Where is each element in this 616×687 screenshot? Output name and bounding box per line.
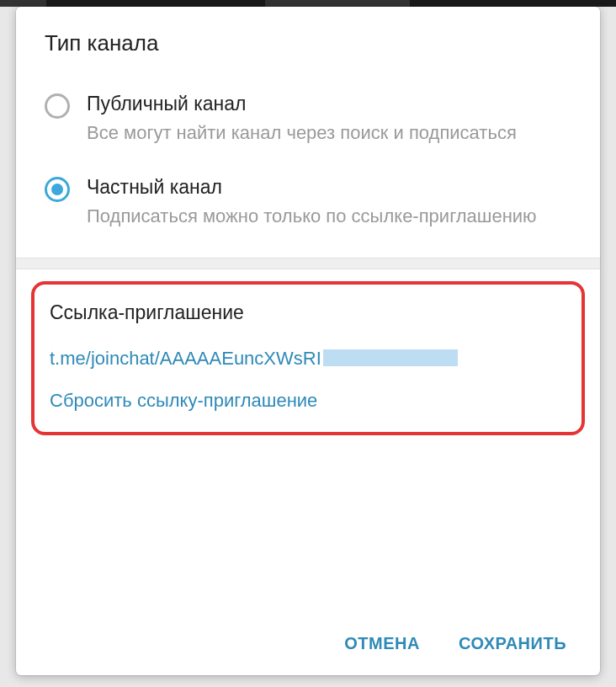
radio-label: Частный канал xyxy=(87,175,571,200)
reset-invite-link[interactable]: Сбросить ссылку-приглашение xyxy=(50,390,566,412)
channel-type-private-option[interactable]: Частный канал Подписаться можно только п… xyxy=(45,175,571,230)
invite-link-section: Ссылка-приглашение t.me/joinchat/AAAAAEu… xyxy=(16,269,600,614)
radio-unchecked-icon xyxy=(45,93,70,119)
highlight-annotation: Ссылка-приглашение t.me/joinchat/AAAAAEu… xyxy=(31,281,585,435)
radio-checked-icon xyxy=(45,177,70,202)
redacted-region xyxy=(323,349,458,366)
invite-link-row[interactable]: t.me/joinchat/AAAAAEuncXWsRI xyxy=(50,348,566,370)
radio-description: Подписаться можно только по ссылке-пригл… xyxy=(87,204,571,230)
radio-description: Все могут найти канал через поиск и подп… xyxy=(87,120,571,146)
window-backdrop xyxy=(0,0,616,7)
channel-type-dialog: Тип канала Публичный канал Все могут най… xyxy=(16,7,600,675)
radio-label: Публичный канал xyxy=(87,92,571,117)
channel-type-section: Тип канала Публичный канал Все могут най… xyxy=(16,7,600,258)
cancel-button[interactable]: ОТМЕНА xyxy=(344,634,420,653)
channel-type-public-option[interactable]: Публичный канал Все могут найти канал че… xyxy=(45,92,571,146)
save-button[interactable]: СОХРАНИТЬ xyxy=(459,634,566,653)
radio-text-group: Частный канал Подписаться можно только п… xyxy=(87,175,571,230)
dialog-title: Тип канала xyxy=(45,30,571,56)
radio-text-group: Публичный канал Все могут найти канал че… xyxy=(87,92,571,146)
dialog-footer: ОТМЕНА СОХРАНИТЬ xyxy=(16,614,600,675)
invite-link-text: t.me/joinchat/AAAAAEuncXWsRI xyxy=(50,348,321,370)
section-separator xyxy=(16,258,600,269)
invite-section-title: Ссылка-приглашение xyxy=(50,301,566,324)
